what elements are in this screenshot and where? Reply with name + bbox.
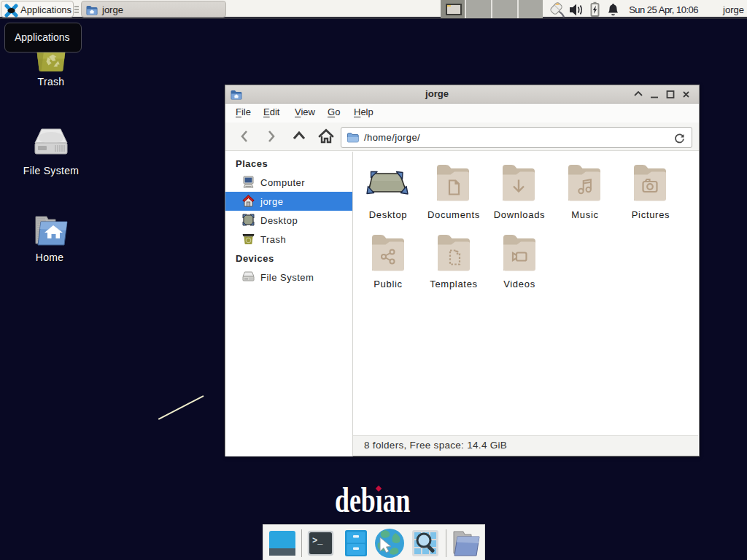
svg-text:>_: >_ bbox=[312, 536, 323, 546]
